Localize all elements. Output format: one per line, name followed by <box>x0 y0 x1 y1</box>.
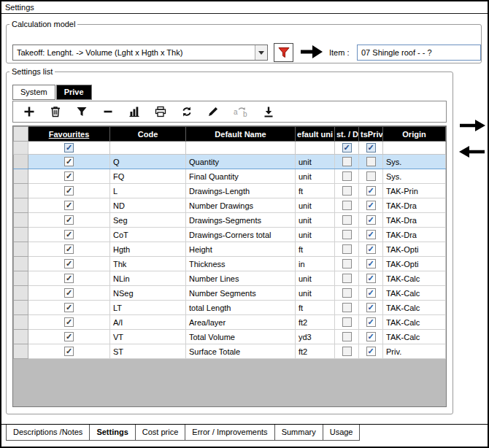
favourite-checkbox[interactable] <box>64 347 74 356</box>
favourites-select-all-checkbox[interactable] <box>64 143 74 152</box>
est-def-select-all-checkbox[interactable] <box>342 143 352 152</box>
est-def-checkbox[interactable] <box>342 230 352 239</box>
row-selector[interactable] <box>14 301 28 315</box>
tab-summary[interactable]: Summary <box>274 425 323 441</box>
row-selector[interactable] <box>14 257 28 271</box>
is-private-checkbox[interactable] <box>366 201 376 210</box>
row-selector[interactable] <box>14 228 28 242</box>
column-header-is-private[interactable]: tsPrivate <box>359 127 383 142</box>
filter-button[interactable] <box>74 104 89 119</box>
est-def-checkbox[interactable] <box>342 274 352 283</box>
table-row[interactable]: FQ Final Quantity unit Sys. <box>14 169 446 184</box>
tab-error-improvements[interactable]: Error / Improvements <box>185 425 274 441</box>
row-selector[interactable] <box>14 169 28 184</box>
row-selector[interactable] <box>14 184 28 198</box>
est-def-checkbox[interactable] <box>342 347 352 356</box>
edit-button[interactable] <box>206 104 220 119</box>
est-def-checkbox[interactable] <box>342 244 352 254</box>
is-private-checkbox[interactable] <box>366 332 376 341</box>
print-button[interactable] <box>153 104 168 119</box>
table-row[interactable]: Q Quantity unit Sys. <box>14 155 446 169</box>
favourite-checkbox[interactable] <box>64 317 74 327</box>
table-row[interactable]: A/l Area/layer ft2 TAK-Calc <box>14 315 446 330</box>
move-right-icon[interactable] <box>458 118 487 133</box>
remove-button[interactable] <box>101 104 115 119</box>
table-row[interactable]: Thk Thickness in TAK-Opti <box>14 257 446 271</box>
delete-button[interactable] <box>48 104 63 119</box>
is-private-checkbox[interactable] <box>366 186 376 196</box>
table-row[interactable]: NLin Number Lines unit TAK-Calc <box>14 271 446 286</box>
est-def-checkbox[interactable] <box>342 288 352 298</box>
favourite-checkbox[interactable] <box>64 288 74 298</box>
favourite-checkbox[interactable] <box>64 201 74 210</box>
model-filter-button[interactable] <box>274 43 293 62</box>
favourite-checkbox[interactable] <box>64 186 74 196</box>
est-def-checkbox[interactable] <box>342 186 352 196</box>
table-row[interactable]: Hgth Height ft TAK-Opti <box>14 242 446 257</box>
refresh-button[interactable] <box>180 104 194 119</box>
column-header-code[interactable]: Code <box>110 127 186 142</box>
table-row[interactable]: NSeg Number Segments unit TAK-Calc <box>14 286 446 301</box>
is-private-checkbox[interactable] <box>366 215 376 225</box>
table-row[interactable]: CoT Drawings-Corners total unit TAK-Dra <box>14 228 446 242</box>
est-def-checkbox[interactable] <box>342 201 352 210</box>
is-private-checkbox[interactable] <box>366 230 376 239</box>
row-selector[interactable] <box>14 344 28 359</box>
est-def-checkbox[interactable] <box>342 259 352 269</box>
column-header-default-name[interactable]: Default Name <box>186 127 296 142</box>
is-private-checkbox[interactable] <box>366 157 376 166</box>
est-def-checkbox[interactable] <box>342 157 352 166</box>
favourite-checkbox[interactable] <box>64 230 74 239</box>
row-selector[interactable] <box>14 242 28 257</box>
table-row[interactable]: Seg Drawings-Segments unit TAK-Dra <box>14 213 446 228</box>
row-selector[interactable] <box>14 213 28 228</box>
is-private-select-all-checkbox[interactable] <box>366 143 376 152</box>
row-selector[interactable] <box>14 198 28 213</box>
table-row[interactable]: ST Surface Totale ft2 Priv. <box>14 344 446 359</box>
calculation-model-select[interactable]: Takeoff: Lenght. -> Volume (Lght x Hgth … <box>12 45 268 61</box>
export-button[interactable] <box>261 104 276 119</box>
tab-descriptions-notes[interactable]: Descriptions /Notes <box>6 425 90 441</box>
column-header-est-def[interactable]: st. / Def <box>335 127 359 142</box>
est-def-checkbox[interactable] <box>342 332 352 341</box>
is-private-checkbox[interactable] <box>366 244 376 254</box>
est-def-checkbox[interactable] <box>342 171 352 181</box>
is-private-checkbox[interactable] <box>366 317 376 327</box>
tab-prive[interactable]: Prive <box>56 85 92 100</box>
is-private-checkbox[interactable] <box>366 259 376 269</box>
est-def-checkbox[interactable] <box>342 215 352 225</box>
table-row[interactable]: LT total Length ft TAK-Calc <box>14 301 446 315</box>
is-private-checkbox[interactable] <box>366 171 376 181</box>
est-def-checkbox[interactable] <box>342 303 352 312</box>
favourite-checkbox[interactable] <box>64 157 74 166</box>
tab-usage[interactable]: Usage <box>323 425 361 441</box>
rename-button[interactable]: a b <box>232 104 250 119</box>
favourite-checkbox[interactable] <box>64 171 74 181</box>
table-row[interactable]: VT Total Volume yd3 TAK-Calc <box>14 330 446 344</box>
favourite-checkbox[interactable] <box>64 274 74 283</box>
row-selector[interactable] <box>14 315 28 330</box>
table-row[interactable]: ND Number Drawings unit TAK-Dra <box>14 198 446 213</box>
est-def-checkbox[interactable] <box>342 317 352 327</box>
item-field[interactable]: 07 Shingle roof - - ? <box>357 45 481 61</box>
row-selector[interactable] <box>14 330 28 344</box>
row-selector[interactable] <box>14 155 28 169</box>
column-header-default-unit[interactable]: efault uni <box>296 127 335 142</box>
column-header-origin[interactable]: Origin <box>383 127 446 142</box>
is-private-checkbox[interactable] <box>366 288 376 298</box>
is-private-checkbox[interactable] <box>366 274 376 283</box>
is-private-checkbox[interactable] <box>366 347 376 356</box>
move-left-icon[interactable] <box>458 144 487 159</box>
is-private-checkbox[interactable] <box>366 303 376 312</box>
row-selector[interactable] <box>14 286 28 301</box>
chevron-down-icon[interactable] <box>255 45 267 60</box>
tab-system[interactable]: System <box>12 85 55 100</box>
favourite-checkbox[interactable] <box>64 303 74 312</box>
tab-cost-price[interactable]: Cost price <box>135 425 186 441</box>
favourite-checkbox[interactable] <box>64 259 74 269</box>
favourite-checkbox[interactable] <box>64 215 74 225</box>
chart-button[interactable] <box>127 104 142 119</box>
favourite-checkbox[interactable] <box>64 244 74 254</box>
favourite-checkbox[interactable] <box>64 332 74 341</box>
column-header-favourites[interactable]: Favourites <box>28 127 110 142</box>
